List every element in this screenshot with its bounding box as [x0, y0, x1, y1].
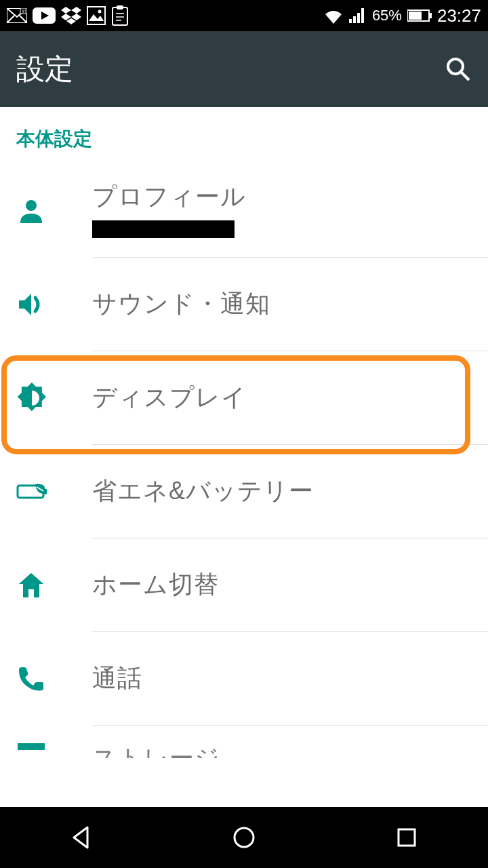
- status-left-icons: Y!: [7, 5, 129, 26]
- svg-point-20: [26, 200, 37, 211]
- item-label: ディスプレイ: [92, 381, 472, 414]
- item-label: サウンド・通知: [92, 288, 472, 321]
- svg-rect-6: [113, 7, 127, 25]
- svg-rect-4: [87, 7, 105, 24]
- item-label: プロフィール: [92, 180, 472, 214]
- list-item-battery[interactable]: 省エネ&バッテリー: [0, 445, 488, 538]
- battery-icon: [407, 9, 432, 22]
- cellular-icon: [349, 8, 367, 23]
- svg-rect-14: [361, 8, 364, 23]
- eco-battery-icon: [16, 481, 50, 502]
- status-bar: Y! 65% 23:27: [0, 0, 488, 31]
- volume-icon: [16, 290, 46, 319]
- dropbox-icon: [61, 7, 81, 24]
- app-bar: 設定: [0, 31, 488, 107]
- svg-text:Y!: Y!: [22, 9, 26, 14]
- svg-rect-13: [357, 13, 360, 23]
- item-label: ストレージ: [92, 742, 472, 758]
- svg-line-19: [462, 73, 469, 80]
- list-item-call[interactable]: 通話: [0, 632, 488, 726]
- section-header: 本体設定: [0, 107, 488, 157]
- clipboard-icon: [111, 5, 129, 26]
- person-icon: [16, 196, 46, 226]
- svg-rect-7: [117, 5, 123, 9]
- brightness-icon: [16, 382, 47, 414]
- svg-rect-24: [18, 743, 45, 750]
- status-right: 65% 23:27: [323, 5, 481, 26]
- svg-rect-16: [429, 13, 432, 18]
- list-item-display[interactable]: ディスプレイ: [0, 351, 488, 445]
- search-button[interactable]: [445, 56, 472, 83]
- storage-icon: [16, 742, 46, 751]
- list-item-storage[interactable]: ストレージ: [0, 726, 488, 758]
- navigation-bar: [0, 807, 488, 868]
- gallery-icon: [87, 6, 106, 25]
- item-sub-redacted: [92, 220, 472, 241]
- list-item-profile[interactable]: プロフィール: [0, 164, 488, 258]
- list-item-sound[interactable]: サウンド・通知: [0, 258, 488, 351]
- svg-rect-12: [353, 16, 356, 23]
- battery-pct-label: 65%: [372, 7, 402, 24]
- svg-point-5: [98, 10, 102, 14]
- nav-back-button[interactable]: [41, 817, 122, 858]
- clock-label: 23:27: [437, 5, 481, 26]
- svg-point-25: [235, 828, 253, 847]
- svg-point-18: [448, 59, 463, 74]
- phone-icon: [16, 665, 45, 693]
- list-item-home[interactable]: ホーム切替: [0, 538, 488, 632]
- youtube-icon: [33, 7, 56, 24]
- svg-rect-26: [399, 829, 415, 846]
- svg-rect-11: [349, 19, 352, 23]
- nav-home-button[interactable]: [203, 817, 285, 858]
- item-label: 省エネ&バッテリー: [92, 475, 472, 508]
- page-title: 設定: [16, 50, 73, 88]
- item-label: 通話: [92, 662, 472, 695]
- wifi-icon: [323, 7, 344, 24]
- nav-recent-button[interactable]: [366, 817, 447, 858]
- item-label: ホーム切替: [92, 568, 472, 601]
- svg-rect-17: [409, 12, 422, 20]
- home-icon: [16, 570, 46, 600]
- mail-icon: Y!: [7, 8, 27, 23]
- settings-list: プロフィール サウンド・通知 ディスプレイ 省エネ&バッテリー: [0, 164, 488, 758]
